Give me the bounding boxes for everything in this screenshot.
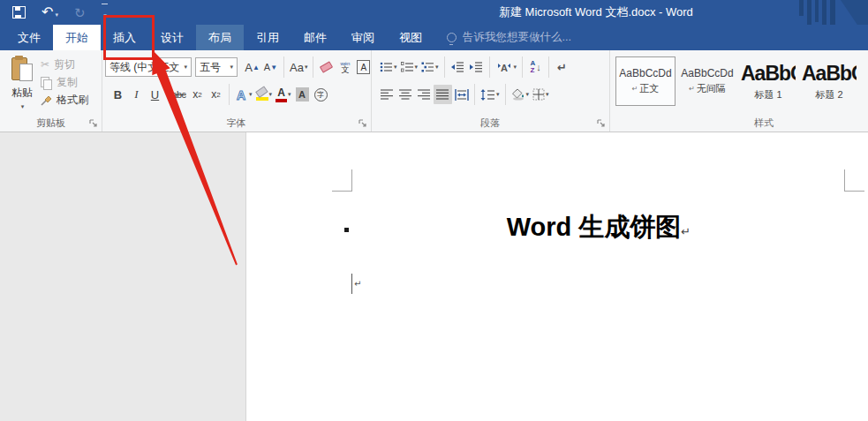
heading-text: Word 生成饼图: [507, 213, 682, 241]
chevron-down-icon: ▾: [230, 64, 233, 71]
margin-corner-mark-top-right: [844, 169, 864, 192]
enclose-characters-button[interactable]: 字: [312, 85, 330, 104]
shrink-font-button[interactable]: A▼: [261, 57, 280, 77]
character-shading-button[interactable]: A: [293, 85, 312, 104]
style-preview: AaBbC: [802, 62, 857, 86]
chevron-down-icon[interactable]: ▾: [55, 11, 58, 18]
style-name: 标题 1: [754, 88, 781, 101]
superscript-button[interactable]: x2: [207, 85, 225, 104]
tab-home[interactable]: 开始: [53, 25, 101, 50]
align-center-button[interactable]: [396, 85, 415, 104]
distribute-icon: [455, 89, 469, 101]
asian-layout-icon: A: [495, 62, 513, 73]
borders-button[interactable]: ▾: [531, 85, 551, 104]
lightbulb-icon: [447, 33, 457, 42]
chevron-down-icon: ▾: [305, 64, 308, 71]
tell-me-box[interactable]: 告诉我您想要做什么...: [447, 25, 571, 50]
change-case-label: Aa: [290, 61, 304, 74]
shrink-font-letter: A: [264, 62, 270, 72]
multilevel-list-button[interactable]: ▾: [419, 57, 441, 77]
sort-arrow: ↓: [536, 62, 541, 72]
multilevel-list-icon: [421, 62, 434, 72]
style-name: 无间隔: [697, 82, 726, 95]
paragraph-dialog-launcher-icon[interactable]: [597, 119, 606, 128]
document-area: Word 生成饼图↵ ↵: [0, 132, 868, 421]
distribute-button[interactable]: [452, 85, 471, 104]
bold-button[interactable]: B: [109, 85, 127, 104]
character-shading-icon: A: [296, 87, 309, 101]
font-dialog-launcher-icon[interactable]: [359, 119, 367, 128]
tab-references[interactable]: 引用: [244, 25, 291, 50]
phonetic-guide-button[interactable]: wén 文: [336, 57, 354, 77]
paint-bucket-icon: [511, 88, 525, 101]
redo-icon[interactable]: ↻: [74, 6, 86, 19]
clipboard-group-label: 剪贴板: [0, 117, 102, 130]
undo-button[interactable]: ↶▾: [42, 4, 58, 20]
chevron-down-icon: ▾: [514, 64, 517, 71]
font-color-button[interactable]: A ▾: [274, 85, 293, 104]
format-painter-button[interactable]: 格式刷: [41, 91, 88, 109]
style-name: 标题 2: [815, 88, 842, 101]
cut-button[interactable]: ✂ 剪切: [41, 56, 75, 73]
margin-corner-mark-top-left: [332, 169, 352, 192]
save-icon[interactable]: [12, 6, 26, 19]
justify-button[interactable]: [434, 85, 452, 104]
paste-label: 粘贴: [11, 86, 33, 101]
change-case-button[interactable]: Aa ▾: [288, 57, 309, 77]
text-effects-button[interactable]: A ▾: [233, 85, 254, 104]
clear-formatting-button[interactable]: [317, 57, 336, 77]
borders-icon: [532, 88, 545, 101]
tab-view[interactable]: 视图: [387, 25, 434, 50]
align-center-icon: [399, 89, 412, 100]
clipboard-dialog-launcher-icon[interactable]: [89, 119, 98, 128]
copy-icon: [41, 77, 52, 88]
align-right-icon: [418, 89, 431, 100]
document-page[interactable]: Word 生成饼图↵ ↵: [245, 132, 868, 421]
chevron-down-icon[interactable]: ▾: [21, 103, 25, 110]
copy-button[interactable]: 复制: [41, 73, 78, 91]
font-name-combobox[interactable]: 等线 (中文正文 ▾: [105, 57, 192, 77]
style-no-spacing[interactable]: AaBbCcDd ↵ 无间隔: [678, 57, 736, 105]
show-hide-marks-button[interactable]: ↵: [553, 57, 571, 77]
style-preview: AaBbCcDd: [681, 67, 733, 79]
bullets-button[interactable]: ▾: [378, 57, 399, 77]
chevron-down-icon: ▾: [526, 91, 530, 98]
phonetic-bottom: 文: [341, 66, 349, 74]
window-title: 新建 Microsoft Word 文档.docx - Word: [499, 0, 693, 25]
text-highlight-button[interactable]: ▾: [254, 85, 275, 104]
increase-indent-button[interactable]: [467, 57, 486, 77]
style-heading-2[interactable]: AaBbC 标题 2: [800, 57, 858, 105]
tab-review[interactable]: 审阅: [339, 25, 387, 50]
align-left-button[interactable]: [378, 85, 396, 104]
subscript-button[interactable]: x2: [188, 85, 207, 104]
tab-design[interactable]: 设计: [148, 25, 196, 50]
group-clipboard: 粘贴 ▾ ✂ 剪切 复制 格式刷: [0, 50, 102, 132]
increase-indent-icon: [469, 62, 483, 72]
font-size-value: 五号: [200, 60, 229, 75]
svg-text:A: A: [501, 63, 508, 73]
underline-button[interactable]: U: [146, 85, 164, 104]
document-heading[interactable]: Word 生成饼图↵: [351, 210, 846, 245]
grow-font-button[interactable]: A▲: [243, 57, 261, 77]
eraser-icon: [320, 61, 333, 72]
decrease-indent-button[interactable]: [449, 57, 467, 77]
sort-button[interactable]: A Z ↓: [526, 57, 545, 77]
font-size-combobox[interactable]: 五号 ▾: [195, 57, 238, 77]
tab-file[interactable]: 文件: [5, 25, 53, 50]
style-heading-1[interactable]: AaBbC 标题 1: [739, 57, 797, 105]
tab-mailings[interactable]: 邮件: [291, 25, 339, 50]
shading-button[interactable]: ▾: [509, 85, 532, 104]
style-normal[interactable]: AaBbCcDd ↵ 正文: [615, 56, 676, 106]
font-name-value: 等线 (中文正文: [109, 60, 183, 75]
line-spacing-button[interactable]: ▾: [479, 85, 502, 104]
style-preview: AaBbC: [741, 62, 796, 86]
style-name: 正文: [639, 82, 659, 95]
copy-label: 复制: [57, 75, 78, 90]
align-right-button[interactable]: [415, 85, 434, 104]
tab-layout[interactable]: 布局: [196, 25, 244, 50]
asian-layout-button[interactable]: A ▾: [494, 57, 519, 77]
grow-font-letter: A: [245, 61, 253, 74]
strikethrough-button[interactable]: abc: [170, 85, 188, 104]
numbering-button[interactable]: ▾: [399, 57, 420, 77]
italic-button[interactable]: I: [127, 85, 146, 104]
